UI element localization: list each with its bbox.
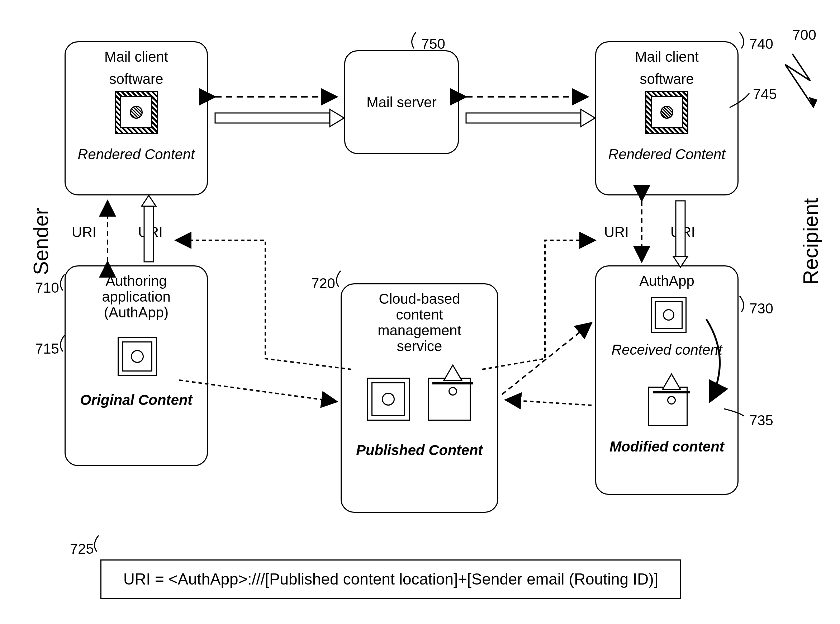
original-content-label: Original Content bbox=[66, 392, 207, 408]
recipient-vertical-label: Recipient bbox=[798, 198, 822, 285]
sender-mail-client-title-2: software bbox=[66, 71, 207, 87]
received-content-icon bbox=[651, 297, 687, 333]
ref-710: 710 bbox=[35, 280, 59, 296]
svg-line-15 bbox=[506, 400, 592, 405]
diagram-canvas: 700 Sender Recipient Mail client softwar… bbox=[0, 0, 840, 624]
cloud-service-box: Cloud-based content management service P… bbox=[341, 283, 498, 513]
uri-label-recip-b: URI bbox=[670, 224, 695, 240]
authoring-title-1: Authoring bbox=[66, 273, 207, 289]
svg-marker-9 bbox=[142, 195, 156, 206]
svg-marker-6 bbox=[581, 110, 595, 127]
uri-label-sender-b: URI bbox=[138, 224, 163, 240]
ref-740: 740 bbox=[749, 36, 773, 52]
cloud-title-1: Cloud-based bbox=[342, 291, 497, 307]
cloud-title-3: management bbox=[342, 323, 497, 338]
ref-750: 750 bbox=[421, 36, 445, 52]
uri-formula-text: URI = <AuthApp>:///[Published content lo… bbox=[123, 570, 658, 588]
recipient-authapp-title: AuthApp bbox=[596, 273, 737, 289]
published-triangle-icon bbox=[428, 378, 471, 421]
recipient-authapp-box: AuthApp Received content Modified conten… bbox=[595, 266, 738, 495]
mail-server-label: Mail server bbox=[367, 94, 437, 110]
ref-725: 725 bbox=[70, 541, 94, 557]
ref-720: 720 bbox=[311, 275, 335, 292]
svg-marker-0 bbox=[808, 97, 817, 108]
sender-rendered-label: Rendered Content bbox=[66, 146, 207, 162]
ref-715: 715 bbox=[35, 341, 59, 357]
uri-label-recip-a: URI bbox=[604, 224, 629, 240]
rendered-content-icon bbox=[115, 91, 158, 134]
sender-vertical-label: Sender bbox=[29, 208, 53, 275]
ref-730: 730 bbox=[749, 301, 773, 317]
authoring-title-3: (AuthApp) bbox=[66, 304, 207, 320]
recipient-rendered-label: Rendered Content bbox=[596, 146, 737, 162]
cloud-title-2: content bbox=[342, 307, 497, 323]
svg-rect-2 bbox=[215, 113, 330, 123]
modified-content-label: Modified content bbox=[596, 439, 737, 454]
authoring-title-2: application bbox=[66, 289, 207, 304]
svg-line-14 bbox=[502, 323, 592, 394]
sender-mail-client-box: Mail client software Rendered Content bbox=[65, 41, 208, 195]
published-content-label: Published Content bbox=[342, 442, 497, 458]
modified-content-icon bbox=[648, 386, 687, 426]
svg-rect-5 bbox=[466, 113, 581, 123]
sender-mail-client-title-1: Mail client bbox=[66, 49, 207, 65]
published-circle-icon bbox=[367, 378, 410, 421]
cloud-title-4: service bbox=[342, 338, 497, 354]
recipient-rendered-content-icon bbox=[645, 91, 688, 134]
recipient-mail-client-title-2: software bbox=[596, 71, 737, 87]
figure-number: 700 bbox=[792, 27, 816, 43]
recipient-mail-client-title-1: Mail client bbox=[596, 49, 737, 65]
sender-authapp-box: Authoring application (AuthApp) Original… bbox=[65, 266, 208, 466]
ref-735: 735 bbox=[749, 412, 773, 429]
uri-label-sender-a: URI bbox=[72, 224, 96, 240]
original-content-icon bbox=[117, 337, 157, 376]
ref-745: 745 bbox=[753, 86, 777, 102]
uri-formula-box: URI = <AuthApp>:///[Published content lo… bbox=[100, 559, 681, 599]
received-content-label: Received content bbox=[596, 342, 737, 358]
recipient-mail-client-box: Mail client software Rendered Content bbox=[595, 41, 738, 195]
mail-server-box: Mail server bbox=[344, 50, 459, 154]
svg-marker-3 bbox=[330, 110, 344, 127]
